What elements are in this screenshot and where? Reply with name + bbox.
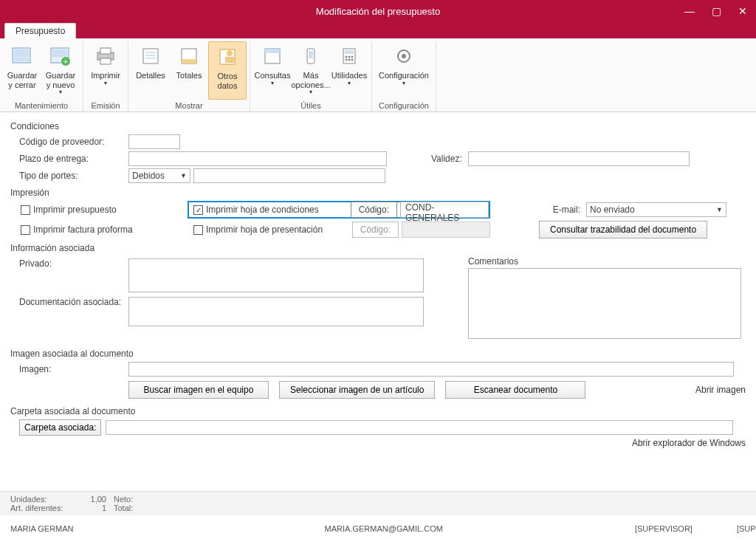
svg-rect-24 (345, 50, 354, 54)
svg-point-25 (346, 56, 348, 58)
ribbon: Guardar y cerrar + Guardar y nuevo ▾ Man… (0, 38, 756, 112)
gear-icon (392, 44, 416, 68)
privado-label: Privado: (10, 258, 128, 269)
highlight-conditions: ✓ Imprimir hoja de condiciones Código: C… (188, 201, 490, 219)
svg-point-29 (348, 59, 351, 61)
ribbon-tabstrip: Presupuesto (0, 22, 756, 38)
doc-textarea[interactable] (128, 297, 424, 326)
svg-point-32 (402, 54, 406, 58)
section-imagen: Imagen asociada al documento (10, 349, 746, 359)
chevron-down-icon: ▼ (180, 172, 187, 179)
totals-icon (177, 44, 201, 68)
abrir-imagen-link[interactable]: Abrir imagen (695, 385, 746, 395)
svg-text:+: + (63, 58, 68, 66)
config-button[interactable]: Configuración ▾ (375, 41, 433, 100)
more-options-button[interactable]: Más opciones... ▾ (292, 41, 330, 100)
title-bar: Modificación del presupuesto — ▢ ✕ (0, 0, 756, 22)
utilities-button[interactable]: Utilidades ▾ (330, 41, 368, 100)
print-pres-checkbox[interactable] (193, 225, 203, 235)
select-imagen-button[interactable]: Seleccionar imagen de un artículo (279, 381, 435, 399)
printer-icon (94, 44, 117, 68)
svg-point-27 (351, 56, 354, 58)
abrir-explorador-link[interactable]: Abrir explorador de Windows (632, 438, 746, 448)
email-select[interactable]: No enviado ▼ (586, 202, 726, 217)
portes-label: Tipo de portes: (10, 171, 128, 181)
print-proforma-label: Imprimir factura proforma (33, 224, 133, 235)
section-impresion: Impresión (10, 188, 746, 198)
other-data-button[interactable]: Otros datos (208, 41, 247, 100)
print-budget-checkbox[interactable] (21, 205, 30, 215)
comentarios-label: Comentarios (468, 256, 746, 267)
plazo-label: Plazo de entrega: (10, 154, 128, 164)
details-icon (139, 44, 162, 68)
form-body: Condiciones Código de proveedor: Plazo d… (0, 112, 756, 455)
codigo-cond-label: Código: (351, 202, 397, 218)
save-new-button[interactable]: + Guardar y nuevo ▾ (41, 41, 80, 100)
chevron-down-icon: ▾ (348, 80, 351, 86)
svg-rect-10 (143, 49, 158, 63)
maximize-button[interactable]: ▢ (703, 0, 729, 22)
trace-button[interactable]: Consultar trazabilidad del documento (539, 221, 707, 238)
print-pres-label: Imprimir hoja de presentación (206, 224, 323, 235)
chevron-down-icon: ▾ (309, 89, 312, 95)
svg-point-17 (227, 50, 233, 56)
imagen-label: Imagen: (10, 364, 128, 374)
svg-point-30 (351, 59, 354, 61)
status-role1: [SUPERVISOR] (635, 524, 693, 533)
details-button[interactable]: Detalles (131, 41, 170, 100)
svg-rect-15 (182, 59, 196, 63)
section-carpeta: Carpeta asociada al documento (10, 406, 746, 416)
portes-extra-input[interactable] (193, 168, 385, 183)
calculator-icon (337, 44, 361, 68)
print-button[interactable]: Imprimir ▾ (86, 41, 125, 100)
svg-rect-22 (309, 51, 313, 58)
phone-icon (299, 44, 323, 68)
print-cond-label: Imprimir hoja de condiciones (206, 205, 319, 215)
totals-button[interactable]: Totales (170, 41, 208, 100)
save-close-button[interactable]: Guardar y cerrar (3, 41, 41, 100)
imagen-input[interactable] (128, 362, 734, 377)
carpeta-input[interactable] (106, 420, 733, 435)
svg-rect-20 (265, 49, 280, 53)
svg-rect-9 (100, 58, 111, 64)
tab-presupuesto[interactable]: Presupuesto (4, 23, 76, 38)
other-data-icon (216, 45, 239, 69)
minimize-button[interactable]: — (676, 0, 703, 22)
table-icon (261, 44, 284, 68)
status-bar: MARIA GERMAN MARIA.GERMAN@GAMIL.COM [SUP… (0, 523, 756, 535)
carpeta-button[interactable]: Carpeta asociada: (19, 419, 101, 436)
window-title: Modificación del presupuesto (316, 6, 440, 17)
validez-label: Validez: (387, 154, 453, 164)
codigo-cond-value[interactable]: COND-GENERALES (400, 202, 489, 218)
portes-select[interactable]: Debidos ▼ (128, 168, 190, 183)
status-user: MARIA GERMAN (10, 524, 74, 533)
print-cond-checkbox[interactable]: ✓ (193, 205, 203, 215)
svg-rect-1 (14, 49, 29, 57)
buscar-imagen-button[interactable]: Buscar imagen en el equipo (128, 381, 269, 399)
save-new-icon: + (49, 44, 72, 68)
svg-rect-4 (52, 49, 67, 57)
chevron-down-icon: ▾ (104, 80, 107, 86)
section-condiciones: Condiciones (10, 121, 746, 131)
chevron-down-icon: ▼ (716, 206, 723, 213)
codigo-prov-label: Código de proveedor: (10, 137, 128, 147)
section-info: Información asociada (10, 243, 746, 253)
comentarios-textarea[interactable] (468, 268, 741, 339)
chevron-down-icon: ▾ (402, 80, 405, 86)
codigo-prov-input[interactable] (128, 134, 180, 149)
queries-button[interactable]: Consultas ▾ (253, 41, 292, 100)
validez-input[interactable] (468, 151, 690, 166)
doc-label: Documentación asociada: (10, 297, 128, 307)
privado-textarea[interactable] (128, 258, 424, 292)
codigo-pres-label: Código: (352, 222, 399, 238)
codigo-pres-value (402, 222, 490, 238)
print-proforma-checkbox[interactable] (21, 225, 30, 235)
plazo-input[interactable] (128, 151, 387, 166)
svg-rect-8 (100, 48, 111, 54)
chevron-down-icon: ▾ (59, 89, 62, 95)
svg-rect-18 (225, 57, 234, 63)
escanear-button[interactable]: Escanear documento (445, 381, 585, 399)
close-button[interactable]: ✕ (729, 0, 756, 22)
email-label: E-mail: (535, 205, 586, 215)
save-close-icon (10, 44, 34, 68)
